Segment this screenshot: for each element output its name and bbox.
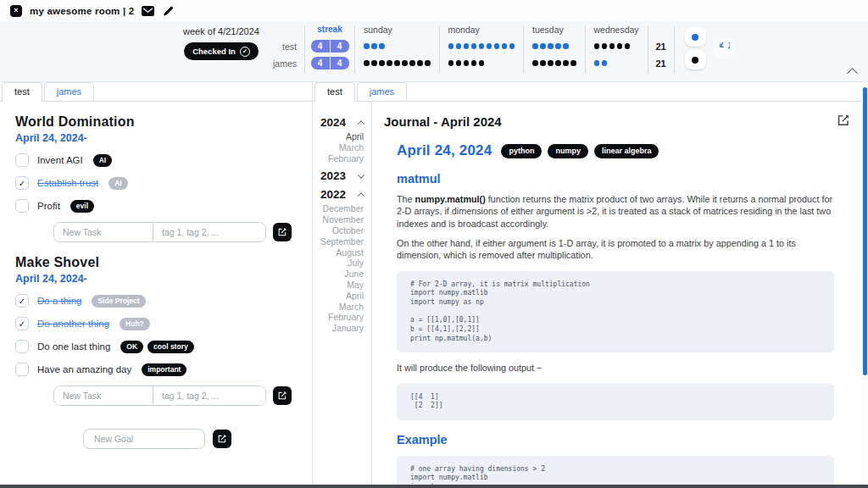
month-april-2024[interactable]: April [313,131,371,142]
black-dot-icon [409,60,415,66]
streak-value: 4 [311,40,330,53]
blue-dot-icon [464,43,470,49]
task-badge: evil [70,200,94,213]
add-task-button[interactable] [273,386,292,405]
blue-dot-button[interactable] [685,27,706,47]
bottom-edge [0,485,868,488]
month-october-2022[interactable]: October [313,225,371,236]
dots [532,43,569,49]
black-dot-icon [570,60,576,66]
month-september-2022[interactable]: September [313,236,371,247]
chevron-up-icon [358,192,364,199]
new-task-inputs [53,385,266,406]
checked-in-button[interactable]: Checked In ✓ [184,42,259,60]
task-badge: Huh? [120,318,150,330]
month-january-2022[interactable]: January [313,323,371,334]
tab-test-goals[interactable]: test [2,82,42,102]
task-checkbox[interactable]: ✓ [15,294,29,308]
streak-pill: 44 [311,57,349,69]
streak-label: streak [317,25,342,35]
undo-button[interactable] [714,39,735,58]
blue-dot-icon [502,43,508,49]
month-may-2022[interactable]: May [313,280,371,291]
task-checkbox[interactable] [15,340,29,353]
day-label: tuesday [532,25,576,35]
tab-james-goals[interactable]: james [44,82,94,102]
divider [674,25,675,73]
tab-test-journal[interactable]: test [314,82,355,102]
black-dot-icon [464,60,470,66]
month-march-2024[interactable]: March [313,142,371,153]
black-dot-icon [617,43,623,49]
add-task-button[interactable] [273,223,292,241]
black-dot-icon [532,60,538,66]
black-dot-icon [548,60,554,66]
check-circle-icon: ✓ [240,47,250,57]
close-room-icon[interactable]: × [10,5,22,17]
month-april-2022[interactable]: April [313,291,371,302]
black-dot-icon [471,60,477,66]
add-goal-button[interactable] [213,430,231,448]
month-july-2022[interactable]: July [313,258,371,269]
task-badges: AI [93,154,113,167]
task-checkbox[interactable] [15,199,29,213]
day-label: monday [448,25,515,35]
blue-dot-icon [448,43,454,49]
blue-dot-icon [456,43,462,49]
dot-row [532,57,576,69]
new-task-inputs [53,222,266,242]
month-february-2024[interactable]: February [313,153,371,164]
journal-panel-tabs: testjames [313,82,868,102]
undo-icon [719,42,730,54]
month-november-2022[interactable]: November [313,214,371,225]
task-badge: AI [93,154,113,167]
black-dot-icon [379,60,385,66]
black-dot-button[interactable] [685,50,706,69]
month-june-2022[interactable]: June [313,269,371,280]
blue-dot-icon [548,43,554,49]
collapse-header-chevron-icon[interactable] [847,68,858,79]
day-column-sunday: sunday [355,25,439,74]
task-checkbox[interactable] [15,363,29,376]
entry-tag: numpy [548,144,588,158]
dot-row [364,57,431,69]
journal-content: Journal - April 2024 April 24, 2024 [372,102,868,485]
total-count: 21 [656,57,666,69]
year-row-2024[interactable]: 2024 [313,116,371,129]
task-row: Have an amazing dayimportant [15,363,312,376]
mail-icon[interactable] [142,6,154,16]
new-task-tags-input[interactable] [153,223,265,241]
goals-panel: testjames World DominationApril 24, 2024… [0,82,313,485]
edit-journal-button[interactable] [837,114,849,129]
task-checkbox[interactable]: ✓ [15,317,29,330]
pencil-icon[interactable] [162,5,174,17]
task-row: Profitevil [15,199,312,213]
blue-dot-icon [379,43,385,49]
black-dot-icon [540,60,546,66]
new-task-tags-input[interactable] [153,386,265,405]
black-dot-icon [394,60,400,66]
year-row-2023[interactable]: 2023 [313,169,371,182]
entry-tag: python [501,144,542,158]
month-march-2022[interactable]: March [313,302,371,313]
journal-panel: testjames 2024AprilMarchFebruary20232022… [313,82,868,485]
task-checkbox[interactable] [15,153,29,167]
compose-icon [278,227,287,237]
month-august-2022[interactable]: August [313,247,371,258]
new-goal-input[interactable] [83,429,205,449]
blue-dot-icon [509,43,515,49]
new-task-input[interactable] [54,386,153,405]
year-row-2022[interactable]: 2022 [313,188,371,201]
paragraph-bold-text: numpy.matmul() [415,194,486,204]
task-checkbox[interactable]: ✓ [15,176,29,190]
streak-pill: 44 [311,40,349,53]
scrollbar-thumb[interactable] [863,87,867,375]
blue-dot-icon [371,43,377,49]
header-buttons [685,27,735,69]
new-task-input[interactable] [54,223,153,241]
day-columns: sundaymondaytuesdaywednesday [355,25,648,74]
tab-james-journal[interactable]: james [357,82,407,102]
month-february-2022[interactable]: February [313,312,371,323]
blue-dot-icon [364,43,370,49]
month-december-2022[interactable]: December [313,203,371,214]
